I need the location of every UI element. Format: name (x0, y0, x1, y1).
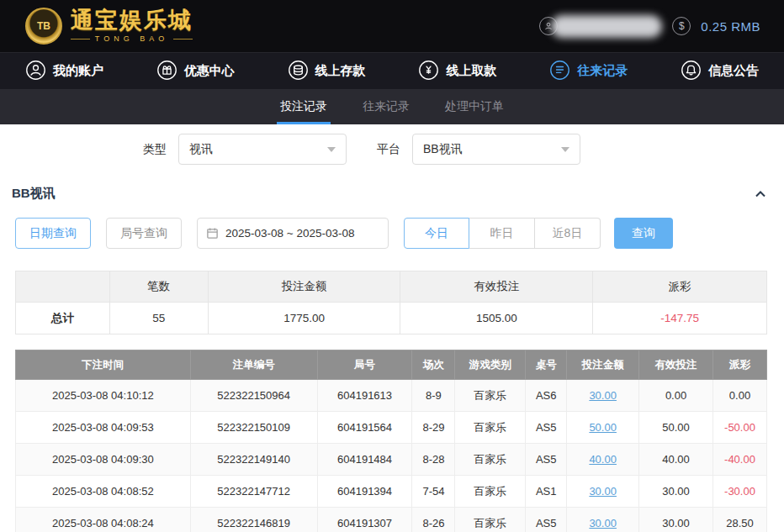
payout-cell: -40.00 (713, 444, 767, 476)
nav-item-label: 往来记录 (577, 63, 628, 79)
round-query-button[interactable]: 局号查询 (106, 218, 182, 249)
bet-records-table: 下注时间 注单编号 局号 场次 游戏类别 桌号 投注金额 有效投注 派彩 202… (15, 350, 767, 532)
table-no-cell: AS5 (526, 508, 567, 532)
chevron-down-icon (561, 147, 569, 152)
platform-label: 平台 (377, 142, 400, 157)
nav-item-transaction-records[interactable]: 往来记录 (549, 60, 628, 83)
header-bet-amount: 投注金额 (567, 350, 639, 380)
type-select[interactable]: 视讯 (178, 134, 347, 165)
tab-pending-orders[interactable]: 处理中订单 (442, 89, 507, 124)
table-row: 2025-03-08 04:08:52 522322147712 6041913… (16, 476, 767, 508)
summary-header-row: 笔数 投注金额 有效投注 派彩 (16, 271, 767, 303)
bet-amount-link[interactable]: 30.00 (589, 389, 617, 402)
table-row: 2025-03-08 04:09:53 522322150109 6041915… (16, 412, 767, 444)
round-id-cell: 604191564 (317, 412, 412, 444)
topbar-right: $ 0.25 RMB (539, 15, 760, 38)
table-header-row: 下注时间 注单编号 局号 场次 游戏类别 桌号 投注金额 有效投注 派彩 (16, 350, 767, 380)
bet-amount-link[interactable]: 50.00 (589, 421, 617, 434)
valid-bet-cell: 40.00 (639, 444, 713, 476)
platform-select-value: BB视讯 (423, 142, 463, 157)
header-round-id: 局号 (317, 350, 412, 380)
today-button[interactable]: 今日 (404, 218, 469, 249)
session-cell: 8-26 (412, 508, 455, 532)
sub-nav: 投注记录 往来记录 处理中订单 (0, 89, 784, 124)
payout-cell: -50.00 (713, 412, 767, 444)
platform-select[interactable]: BB视讯 (412, 134, 580, 165)
date-query-button[interactable]: 日期查询 (15, 218, 91, 249)
session-cell: 8-28 (412, 444, 455, 476)
nav-item-announcements[interactable]: 信息公告 (681, 60, 759, 83)
payout-cell: 28.50 (713, 508, 767, 532)
header-bet-time: 下注时间 (16, 350, 191, 380)
bet-time-cell: 2025-03-08 04:09:30 (16, 444, 191, 476)
summary-count: 55 (109, 303, 208, 334)
logo-title: 通宝娱乐城 (71, 9, 193, 32)
nav-item-label: 线上存款 (315, 63, 366, 79)
valid-bet-cell: 30.00 (639, 508, 713, 532)
gift-icon (156, 60, 177, 83)
payout-cell: 0.00 (713, 380, 767, 412)
bet-amount-cell: 40.00 (567, 444, 639, 476)
nav-item-my-account[interactable]: 我的账户 (25, 60, 103, 83)
summary-total-row: 总计 55 1775.00 1505.00 -147.75 (16, 303, 767, 334)
logo: TB 通宝娱乐城 TONG BAO (25, 8, 193, 45)
topbar: TB 通宝娱乐城 TONG BAO $ 0.25 RMB (0, 0, 784, 52)
header-order-id: 注单编号 (190, 350, 317, 380)
bet-time-cell: 2025-03-08 04:08:24 (16, 508, 191, 532)
header-game-type: 游戏类别 (455, 350, 526, 380)
filter-row: 类型 视讯 平台 BB视讯 (143, 134, 784, 165)
user-icon (25, 60, 46, 83)
round-id-cell: 604191394 (317, 476, 412, 508)
date-range-input[interactable]: 2025-03-08 ~ 2025-03-08 (197, 218, 389, 249)
balance-amount: 0.25 RMB (701, 19, 760, 34)
search-button[interactable]: 查询 (614, 218, 673, 249)
withdraw-icon (418, 60, 439, 83)
bet-amount-cell: 30.00 (567, 508, 639, 532)
last-8-days-button[interactable]: 近8日 (535, 218, 601, 249)
bet-amount-link[interactable]: 30.00 (589, 485, 617, 498)
nav-item-withdraw[interactable]: 线上取款 (418, 60, 496, 83)
valid-bet-cell: 0.00 (639, 380, 713, 412)
order-id-cell: 522322147712 (190, 476, 317, 508)
table-row: 2025-03-08 04:10:12 522322150964 6041916… (16, 380, 767, 412)
table-no-cell: AS1 (526, 476, 567, 508)
order-id-cell: 522322150964 (190, 380, 317, 412)
header-session: 场次 (412, 350, 455, 380)
summary-bet: 1775.00 (208, 303, 400, 334)
order-id-cell: 522322149140 (190, 444, 317, 476)
round-id-cell: 604191307 (317, 508, 412, 532)
type-label: 类型 (143, 142, 167, 157)
session-cell: 8-9 (412, 380, 455, 412)
bet-amount-cell: 30.00 (567, 476, 639, 508)
section-title: BB视讯 (12, 186, 56, 202)
table-row: 2025-03-08 04:09:30 522322149140 6041914… (16, 444, 767, 476)
game-type-cell: 百家乐 (455, 412, 526, 444)
deposit-icon (288, 60, 309, 83)
collapse-chevron-up-icon[interactable] (754, 187, 767, 201)
tab-transaction-records[interactable]: 往来记录 (359, 89, 413, 124)
balance-currency-icon: $ (672, 17, 691, 35)
tab-bet-records[interactable]: 投注记录 (277, 89, 331, 124)
main-nav: 我的账户 优惠中心 线上存款 线上取款 往来记录 信息公告 (0, 52, 784, 89)
bet-amount-link[interactable]: 40.00 (589, 453, 617, 466)
session-cell: 7-54 (412, 476, 455, 508)
nav-item-promotions[interactable]: 优惠中心 (156, 60, 235, 83)
table-no-cell: AS6 (526, 380, 567, 412)
summary-header-valid: 有效投注 (400, 271, 593, 303)
header-payout: 派彩 (713, 350, 767, 380)
nav-item-label: 线上取款 (446, 63, 496, 79)
table-no-cell: AS5 (526, 412, 567, 444)
summary-total-label: 总计 (16, 303, 110, 334)
round-id-cell: 604191613 (317, 380, 412, 412)
nav-item-deposit[interactable]: 线上存款 (288, 60, 366, 83)
summary-header-blank (16, 271, 110, 303)
bet-amount-link[interactable]: 30.00 (589, 517, 617, 529)
logo-coin-icon: TB (25, 8, 62, 45)
date-range-value: 2025-03-08 ~ 2025-03-08 (225, 227, 355, 240)
section-head: BB视讯 (12, 186, 767, 202)
yesterday-button[interactable]: 昨日 (469, 218, 535, 249)
nav-item-label: 优惠中心 (184, 63, 235, 79)
game-type-cell: 百家乐 (455, 380, 526, 412)
bet-time-cell: 2025-03-08 04:09:53 (16, 412, 191, 444)
order-id-cell: 522322146819 (190, 508, 317, 532)
